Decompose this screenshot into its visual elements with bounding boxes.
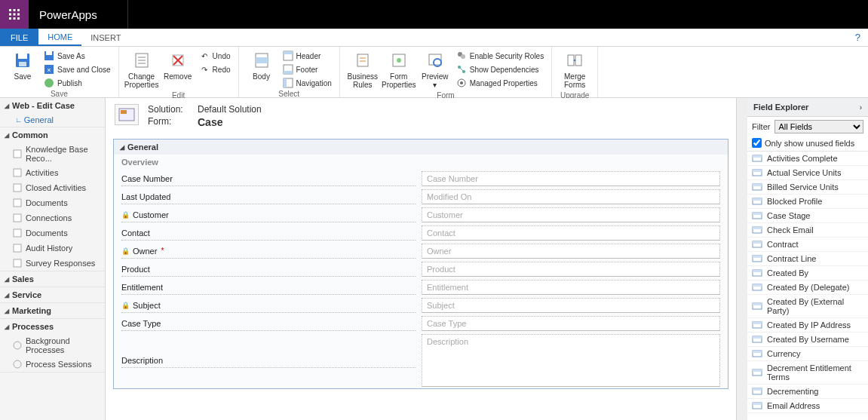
show-dependencies-button[interactable]: Show Dependencies: [453, 63, 547, 75]
nav-item[interactable]: Survey Responses: [0, 256, 105, 271]
nav-item-general[interactable]: ∟General: [0, 113, 105, 127]
field-input[interactable]: Owner: [422, 244, 720, 259]
merge-forms-button[interactable]: Merge Forms: [557, 48, 593, 90]
app-launcher[interactable]: [0, 0, 29, 29]
field-icon: [752, 211, 762, 220]
svg-rect-29: [284, 71, 293, 74]
nav-item[interactable]: Process Sessions: [0, 357, 105, 372]
form-properties-button[interactable]: Form Properties: [381, 48, 417, 90]
managed-properties-button[interactable]: Managed Properties: [453, 77, 547, 89]
field-explorer-item[interactable]: Created By (External Party): [747, 295, 868, 318]
form-field-row[interactable]: Case NumberCase Number: [114, 170, 728, 188]
publish-button[interactable]: Publish: [41, 77, 114, 89]
help-icon[interactable]: ?: [855, 32, 860, 43]
business-rules-button[interactable]: Business Rules: [345, 48, 381, 90]
field-explorer-item[interactable]: Created By Username: [747, 333, 868, 347]
form-field-row[interactable]: 🔒Owner*Owner: [114, 242, 728, 260]
nav-section-marketing[interactable]: ◢Marketing: [0, 303, 105, 318]
field-input[interactable]: Modified On: [422, 189, 720, 204]
svg-point-40: [461, 54, 465, 59]
chevron-right-icon[interactable]: ›: [860, 103, 862, 112]
field-explorer-item[interactable]: Decrementing: [747, 385, 868, 399]
brand-name: PowerApps: [29, 8, 97, 21]
undo-button[interactable]: ↶Undo: [196, 50, 234, 62]
tab-insert[interactable]: INSERT: [81, 29, 130, 46]
footer-button[interactable]: Footer: [280, 63, 335, 75]
field-icon: [752, 387, 762, 396]
field-label: Last Updated: [121, 190, 416, 204]
nav-item[interactable]: Connections: [0, 210, 105, 225]
field-explorer-item[interactable]: Actual Service Units: [747, 166, 868, 180]
nav-item[interactable]: Activities: [0, 165, 105, 180]
nav-section-web[interactable]: ◢Web - Edit Case: [0, 98, 105, 113]
nav-item[interactable]: Knowledge Base Reco...: [0, 143, 105, 165]
form-field-row[interactable]: 🔒CustomerCustomer: [114, 206, 728, 224]
field-explorer-item[interactable]: Created By IP Address: [747, 318, 868, 333]
field-input[interactable]: Case Type: [422, 316, 720, 331]
svg-rect-75: [753, 256, 762, 258]
field-explorer-item[interactable]: Email Address: [747, 399, 868, 413]
body-button[interactable]: Body: [244, 48, 280, 82]
redo-button[interactable]: ↷Redo: [196, 63, 234, 75]
form-canvas[interactable]: ◢General Overview Case NumberCase Number…: [113, 139, 728, 389]
nav-section-sales[interactable]: ◢Sales: [0, 271, 105, 287]
nav-section-common[interactable]: ◢Common: [0, 127, 105, 143]
entity-icon: [12, 213, 23, 223]
section-header-general[interactable]: ◢General: [114, 139, 728, 155]
field-explorer-item[interactable]: Contract Line: [747, 252, 868, 266]
save-as-button[interactable]: Save As: [41, 50, 114, 62]
field-input[interactable]: Subject: [422, 298, 720, 313]
form-field-row[interactable]: ContactContact: [114, 224, 728, 242]
save-button[interactable]: Save: [5, 48, 41, 82]
form-field-row[interactable]: 🔒SubjectSubject: [114, 296, 728, 314]
field-input[interactable]: Contact: [422, 225, 720, 241]
form-field-row[interactable]: Last UpdatedModified On: [114, 188, 728, 206]
save-and-close-button[interactable]: ×Save and Close: [41, 63, 114, 75]
nav-item[interactable]: Documents: [0, 195, 105, 210]
svg-rect-53: [14, 229, 21, 237]
nav-icon: [283, 78, 293, 88]
svg-rect-89: [753, 369, 762, 372]
enable-security-roles-button[interactable]: Enable Security Roles: [453, 50, 547, 62]
field-input[interactable]: Entitlement: [422, 280, 720, 295]
header-button[interactable]: Header: [280, 50, 335, 62]
field-explorer-item[interactable]: Created By: [747, 266, 868, 281]
form-field-row[interactable]: ProductProduct: [114, 260, 728, 278]
remove-button[interactable]: Remove: [160, 48, 196, 82]
entity-icon: [12, 149, 23, 159]
field-explorer-item[interactable]: Check Email: [747, 223, 868, 238]
field-explorer-item[interactable]: Case Stage: [747, 209, 868, 223]
nav-item[interactable]: Closed Activities: [0, 180, 105, 195]
form-field-row[interactable]: DescriptionDescription: [114, 333, 728, 388]
navigation-button[interactable]: Navigation: [280, 77, 335, 89]
nav-item[interactable]: Background Processes: [0, 334, 105, 357]
filter-select[interactable]: All Fields: [774, 120, 863, 133]
waffle-icon: [8, 8, 20, 20]
tab-home[interactable]: HOME: [38, 29, 81, 46]
preview-button[interactable]: Preview▾: [417, 48, 453, 90]
field-input[interactable]: Customer: [422, 207, 720, 222]
field-label: Entitlement: [121, 281, 416, 295]
form-field-row[interactable]: Case TypeCase Type: [114, 314, 728, 333]
field-icon: [752, 368, 762, 377]
field-input[interactable]: Case Number: [422, 171, 720, 186]
nav-section-processes[interactable]: ◢Processes: [0, 319, 105, 334]
field-explorer-item[interactable]: Billed Service Units: [747, 180, 868, 195]
field-input[interactable]: Description: [422, 334, 720, 387]
field-explorer-item[interactable]: Contract: [747, 238, 868, 252]
nav-item[interactable]: Audit History: [0, 241, 105, 256]
nav-item[interactable]: Documents: [0, 225, 105, 241]
scrollbar[interactable]: [737, 98, 747, 420]
tab-file[interactable]: FILE: [0, 29, 38, 46]
nav-section-service[interactable]: ◢Service: [0, 287, 105, 302]
field-explorer-item[interactable]: Created By (Delegate): [747, 281, 868, 295]
field-explorer-item[interactable]: Decrement Entitlement Terms: [747, 361, 868, 385]
field-input[interactable]: Product: [422, 262, 720, 277]
change-properties-button[interactable]: Change Properties: [124, 48, 160, 90]
unused-fields-checkbox[interactable]: [752, 138, 762, 148]
field-explorer-item[interactable]: Currency: [747, 347, 868, 361]
form-field-row[interactable]: EntitlementEntitlement: [114, 278, 728, 296]
save-as-icon: [44, 51, 54, 61]
field-explorer-item[interactable]: Blocked Profile: [747, 195, 868, 209]
field-explorer-item[interactable]: Activities Complete: [747, 152, 868, 166]
